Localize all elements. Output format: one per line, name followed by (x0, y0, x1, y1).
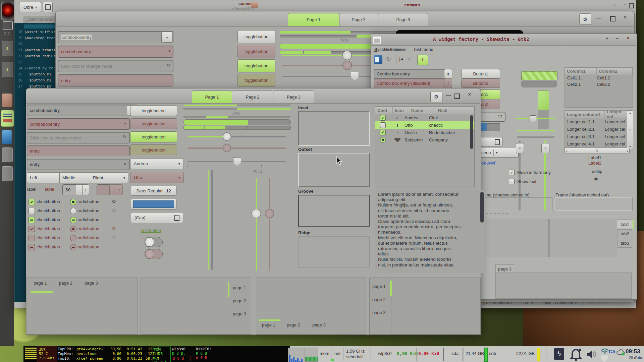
gtk2-window-controls[interactable]: + − (606, 36, 622, 41)
save-button[interactable] (43, 2, 53, 12)
bg-close-icon[interactable]: × (624, 14, 627, 21)
radiobutton-mixed[interactable] (70, 217, 76, 223)
spin-minus-button[interactable]: − (76, 184, 83, 195)
gtk2-link-button[interactable]: on AWF (481, 161, 497, 166)
editor-maximize-icon[interactable] (629, 3, 634, 8)
nb2-tab-page1[interactable]: page 1 (233, 285, 246, 290)
column-header-name[interactable]: Name (409, 107, 436, 114)
editor-close-icon[interactable]: × (637, 2, 640, 7)
battery-icon[interactable]: ϟ (554, 348, 564, 360)
gtk2-close-icon[interactable]: × (627, 35, 630, 41)
column-header-cool[interactable]: Cool (375, 107, 393, 114)
gtk2-bottom-tab-page3[interactable]: page 3 (495, 264, 514, 273)
refresh-icon[interactable]: ↻ (167, 63, 170, 68)
bg-scale1-handle[interactable] (342, 51, 352, 60)
link-button[interactable]: link button (141, 228, 161, 233)
gtk2-table2-hscrollbar[interactable]: ◂⫴▸ (565, 148, 630, 154)
checkbox-checked-icon[interactable]: ✔ (380, 115, 386, 121)
main-tab-page2[interactable]: Page 2 (232, 90, 273, 103)
editor-window-controls[interactable]: + − (613, 2, 629, 7)
bg-tab-page2[interactable]: Page 2 (339, 13, 378, 26)
keyboard-layout[interactable]: CA (609, 349, 615, 354)
gtk2-show-text-check[interactable]: Show text (509, 179, 536, 184)
vscale-gray[interactable] (211, 170, 213, 270)
nb3-tab-page3[interactable]: page 3 (312, 322, 326, 327)
main-maximize-icon[interactable] (454, 94, 460, 99)
table-row[interactable]: Cell1.1 Cell1.2 (565, 75, 633, 81)
gtk2-hscale-handle[interactable] (530, 115, 536, 122)
bg-gear-button[interactable]: ⚙ (579, 13, 591, 25)
gtk2-table2-vscrollbar[interactable]: ▴≡▾ (627, 110, 633, 149)
gtk2-harmony-check[interactable]: ✓ Move in harmony (509, 170, 551, 175)
tree-row[interactable]: ✔ ✓ Andrea Cimi (375, 114, 474, 121)
open-button[interactable]: Obre ▾ (19, 2, 41, 12)
tree-vscrollbar[interactable] (470, 115, 473, 149)
file-tab[interactable]: _common.scss × (23, 16, 59, 23)
hal-eye-launcher-icon[interactable] (1, 2, 14, 20)
table-row[interactable]: Cell2.1 Cell2.2 (565, 81, 633, 87)
comboboxentry1[interactable]: comboboxentry ▾ (27, 105, 138, 116)
table-row[interactable]: Longer cell2.1Longer cel (565, 125, 627, 133)
vscale-green[interactable] (208, 170, 209, 270)
folder-icon[interactable] (2, 94, 12, 107)
bg-maximize-icon[interactable] (610, 16, 615, 21)
menu-system-theme-label[interactable]: System theme (374, 47, 402, 52)
gtk2-side-tab3[interactable]: tab3 (618, 239, 632, 248)
clear-icon[interactable]: × (123, 161, 126, 166)
file-chooser-button[interactable]: (Cap) (131, 212, 183, 223)
gtk2-vscale2-handle[interactable]: ≡ (541, 143, 549, 153)
mem-graph[interactable] (305, 348, 318, 362)
main-minimize-icon[interactable]: — (446, 92, 451, 98)
spin-arrows-icon[interactable]: ▴▾ (444, 69, 452, 79)
text-vscrollbar[interactable] (480, 192, 484, 223)
dollar-doc-icon[interactable]: $ (2, 62, 13, 77)
bg-minimize-icon[interactable]: — (596, 15, 601, 20)
main-close-icon[interactable]: × (468, 91, 471, 98)
menu-test-menu[interactable]: Test menu (413, 47, 433, 52)
vscale2-handle[interactable] (252, 209, 261, 218)
name-combo[interactable]: Andrea▾ (130, 158, 184, 169)
gtk2-button1[interactable]: Button1 (461, 69, 500, 78)
gtk2-combo-box-entry[interactable]: Combo box entry (374, 69, 449, 79)
nb4-tab-page2[interactable]: page 2 (372, 297, 386, 302)
spin-plus-button[interactable]: + (82, 184, 89, 195)
cpu-graph[interactable] (288, 348, 306, 362)
add-button[interactable]: + (417, 55, 428, 65)
checkbox-checked-icon[interactable]: ✔ (380, 130, 386, 135)
nb4-tab-page1[interactable]: page 1 (372, 284, 386, 289)
gear-icon[interactable]: ⚙ (112, 199, 116, 204)
scale3-handle[interactable] (233, 157, 241, 166)
bg-togglebutton3-active[interactable]: togglebutton (237, 59, 275, 72)
main-tab-page3[interactable]: Page 3 (273, 90, 314, 103)
lorem-textview[interactable]: Lorem ipsum dolor sit amet, consectetur … (375, 190, 485, 273)
tree-row-selected[interactable]: ! Otto chaotic (375, 121, 474, 129)
radiobutton-unselected[interactable] (70, 208, 76, 214)
checkbutton-unchecked[interactable] (29, 208, 35, 214)
nb1-tab-page3[interactable]: page 3 (85, 281, 98, 286)
bg-mode-entry[interactable]: Click icon to change mode ↻ (58, 60, 173, 72)
align-combo-right[interactable]: Right▾ (90, 172, 128, 183)
scale1-handle[interactable] (223, 132, 231, 141)
column-header-icon[interactable]: Icon (393, 107, 409, 114)
column-header[interactable]: Longer column1 (565, 111, 605, 118)
cloud-sync-icon[interactable] (616, 349, 626, 356)
refresh-icon[interactable]: ↻ (123, 134, 126, 139)
radiobutton-selected[interactable] (70, 199, 76, 205)
shield-icon[interactable] (601, 355, 608, 362)
table-row[interactable]: Longer cell3.1Longer cel (565, 133, 627, 140)
switch-off[interactable] (145, 237, 163, 247)
column-header[interactable]: Column1 (565, 68, 597, 75)
window-list-icon[interactable] (3, 21, 13, 29)
notification-bell-icon[interactable] (569, 348, 583, 362)
treeview[interactable]: Cool Icon Name Nick ✔ ✓ Andrea Cimi ! Ot… (375, 106, 475, 187)
radio-selected-icon[interactable] (380, 137, 386, 143)
nb3-tab-page2[interactable]: page 2 (287, 322, 300, 327)
nb2-tab-page2[interactable]: page 2 (233, 298, 246, 303)
tree-row[interactable]: Benjamin Company (375, 136, 474, 143)
table-row[interactable]: Longer cell4.1Longer cel (565, 140, 627, 147)
column-header[interactable]: Column2 (597, 68, 633, 75)
bg-tab-page3[interactable]: Page 3 (378, 13, 428, 26)
nb1-tab-page2[interactable]: page 2 (59, 281, 72, 286)
nb2-tab-page3[interactable]: page 3 (233, 311, 246, 316)
gtk2-side-tab2[interactable]: tab2 (618, 229, 632, 238)
